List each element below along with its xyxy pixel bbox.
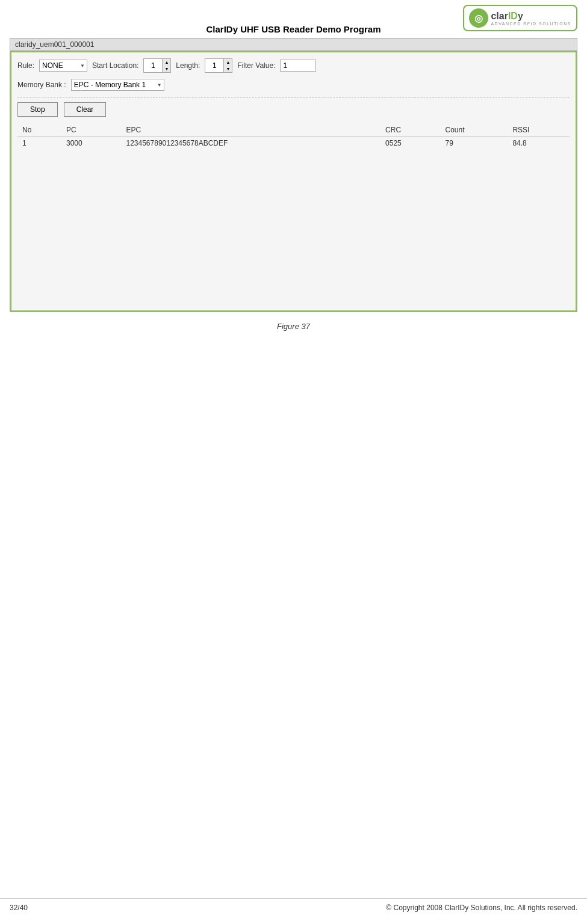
logo-brand-sub: ADVANCED RFID SOLUTIONS — [491, 22, 571, 26]
cell-epc: 123456789012345678ABCDEF — [122, 137, 381, 150]
rule-select[interactable]: NONE EPC TID USER — [39, 60, 87, 72]
clear-button[interactable]: Clear — [64, 102, 107, 117]
start-location-down-button[interactable]: ▼ — [163, 66, 170, 72]
start-location-label: Start Location: — [92, 61, 138, 70]
start-location-spinbox[interactable]: ▲ ▼ — [143, 58, 171, 73]
data-table: No PC EPC CRC Count RSSI 130001234567890… — [17, 124, 570, 150]
start-location-spin-buttons: ▲ ▼ — [162, 59, 170, 72]
start-location-up-button[interactable]: ▲ — [163, 59, 170, 66]
buttons-row: Stop Clear — [17, 102, 570, 117]
page-footer: 32/40 © Copyright 2008 ClarIDy Solutions… — [0, 898, 587, 912]
length-spinbox[interactable]: ▲ ▼ — [205, 58, 232, 73]
stop-button[interactable]: Stop — [17, 102, 58, 117]
logo-icon: ◎ — [469, 8, 488, 28]
rule-select-wrapper[interactable]: NONE EPC TID USER — [39, 60, 87, 72]
cell-rssi: 84.8 — [508, 137, 570, 150]
length-down-button[interactable]: ▼ — [224, 66, 232, 72]
col-count: Count — [441, 124, 508, 137]
copyright-text: © Copyright 2008 ClarIDy Solutions, Inc.… — [386, 904, 577, 912]
length-label: Length: — [176, 61, 200, 70]
cell-count: 79 — [441, 137, 508, 150]
table-header: No PC EPC CRC Count RSSI — [17, 124, 570, 137]
page-number: 32/40 — [10, 904, 28, 912]
app-window: claridy_uem001_000001 Rule: NONE EPC TID… — [10, 38, 577, 312]
memory-bank-select-wrapper[interactable]: EPC - Memory Bank 1 TID - Memory Bank 2 … — [71, 79, 164, 91]
memory-bank-label: Memory Bank : — [17, 81, 66, 89]
filter-value-input[interactable] — [280, 60, 316, 72]
cell-pc: 3000 — [61, 137, 121, 150]
page-title: ClarIDy UHF USB Reader Demo Program — [206, 6, 380, 34]
col-pc: PC — [61, 124, 121, 137]
cell-no: 1 — [17, 137, 61, 150]
table-area: No PC EPC CRC Count RSSI 130001234567890… — [17, 124, 570, 304]
table-row: 13000123456789012345678ABCDEF05257984.8 — [17, 137, 570, 150]
logo-badge: ◎ clarIDy ADVANCED RFID SOLUTIONS — [463, 5, 577, 31]
start-location-input[interactable] — [144, 59, 162, 72]
filter-value-label: Filter Value: — [237, 61, 275, 70]
length-input[interactable] — [205, 59, 223, 72]
memory-bank-row: Memory Bank : EPC - Memory Bank 1 TID - … — [17, 79, 570, 91]
col-epc: EPC — [122, 124, 381, 137]
logo-brand-text: clarIDy — [491, 11, 571, 22]
col-rssi: RSSI — [508, 124, 570, 137]
divider — [17, 97, 570, 97]
memory-bank-select[interactable]: EPC - Memory Bank 1 TID - Memory Bank 2 … — [71, 79, 164, 91]
logo-area: ◎ clarIDy ADVANCED RFID SOLUTIONS — [463, 5, 577, 31]
cell-crc: 0525 — [380, 137, 440, 150]
figure-caption: Figure 37 — [0, 322, 587, 331]
length-up-button[interactable]: ▲ — [224, 59, 232, 66]
logo-brand: clarIDy ADVANCED RFID SOLUTIONS — [491, 11, 571, 26]
col-crc: CRC — [380, 124, 440, 137]
length-spin-buttons: ▲ ▼ — [223, 59, 232, 72]
col-no: No — [17, 124, 61, 137]
window-body: Rule: NONE EPC TID USER Start Location: … — [10, 51, 577, 312]
rule-label: Rule: — [17, 61, 34, 70]
table-body: 13000123456789012345678ABCDEF05257984.8 — [17, 137, 570, 150]
window-titlebar: claridy_uem001_000001 — [10, 38, 577, 51]
filter-row: Rule: NONE EPC TID USER Start Location: … — [17, 58, 570, 73]
